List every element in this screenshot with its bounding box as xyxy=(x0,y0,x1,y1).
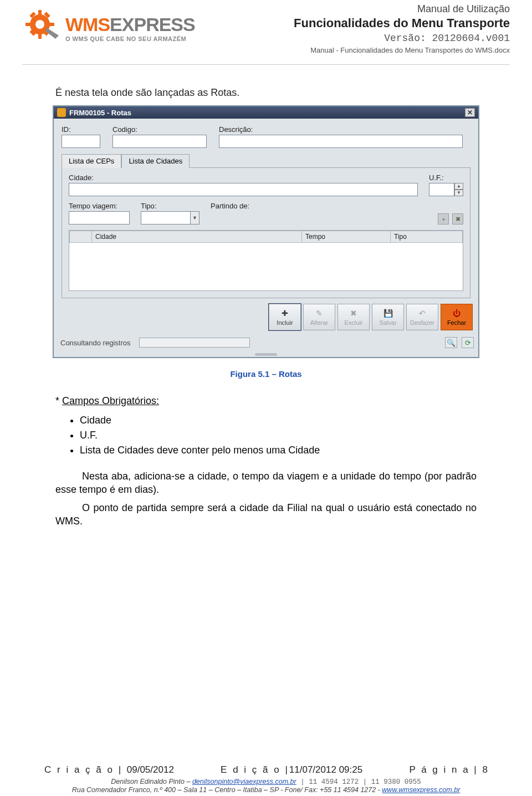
edicao-label: E d i ç ã o | xyxy=(221,764,289,775)
bullet-list: Cidade U.F. Lista de Cidades deve conter… xyxy=(55,415,477,456)
descricao-label: Descrição: xyxy=(219,125,463,134)
partindo-label: Partindo de: xyxy=(211,202,249,210)
progress-bar xyxy=(139,338,250,348)
power-icon: ⏻ xyxy=(451,308,462,318)
cidade-label: Cidade: xyxy=(69,174,418,182)
doc-filename: Manual - Funcionalidades do Menu Transpo… xyxy=(294,46,510,54)
id-label: ID: xyxy=(62,125,100,134)
pagina-value: 8 xyxy=(483,764,488,775)
doc-subtitle: Funcionalidades do Menu Transporte xyxy=(294,16,510,30)
add-row-icon[interactable]: ＋ xyxy=(438,213,449,224)
paragraph: O ponto de partida sempre será a cidade … xyxy=(55,501,477,528)
tipo-dropdown-icon[interactable]: ▼ xyxy=(191,211,200,224)
gear-icon xyxy=(22,3,61,42)
cidades-grid[interactable]: Cidade Tempo Tipo xyxy=(69,230,463,291)
svg-rect-2 xyxy=(38,32,42,39)
save-icon: 💾 xyxy=(382,308,393,318)
uf-spin-up[interactable]: ▲ xyxy=(454,183,463,190)
list-item: U.F. xyxy=(80,430,477,441)
svg-rect-1 xyxy=(38,10,42,17)
fechar-label: Fechar xyxy=(447,319,466,326)
window-titlebar: FRM00105 - Rotas ✕ xyxy=(54,106,478,119)
tab-lista-cidades[interactable]: Lista de Cidades xyxy=(121,154,190,168)
undo-icon: ↶ xyxy=(417,308,428,318)
search-icon[interactable]: 🔍 xyxy=(445,337,457,348)
tipo-input[interactable] xyxy=(141,211,191,224)
list-item: Lista de Cidades deve conter pelo menos … xyxy=(80,445,477,456)
pagina-label: P á g i n a | xyxy=(409,764,482,775)
author-name: Denilson Edinaldo Pinto – xyxy=(111,778,192,785)
app-window: FRM00105 - Rotas ✕ ID: Codigo: Descrição… xyxy=(53,105,479,358)
criacao-label: C r i a ç ã o | xyxy=(44,764,127,775)
author-phones: | 11 4594 1272 | 11 9380 0955 xyxy=(296,778,421,786)
descricao-input[interactable] xyxy=(219,135,463,148)
uf-input[interactable] xyxy=(429,183,454,196)
section-heading: * Campos Obrigatórios: xyxy=(55,395,477,407)
window-icon xyxy=(57,108,66,117)
doc-version: Versão: 20120604.v001 xyxy=(294,33,510,44)
alterar-label: Alterar xyxy=(310,319,328,326)
desfazer-button[interactable]: ↶ Desfazer xyxy=(406,304,438,330)
refresh-icon[interactable]: ⟳ xyxy=(462,337,474,348)
codigo-label: Codigo: xyxy=(112,125,207,134)
salvar-button[interactable]: 💾 Salvar xyxy=(372,304,404,330)
tab-lista-ceps[interactable]: Lista de CEPs xyxy=(62,154,121,168)
window-title: FRM00105 - Rotas xyxy=(69,109,131,117)
grid-col-stub xyxy=(70,231,92,243)
status-text: Consultando registros xyxy=(58,338,132,348)
resize-grip[interactable] xyxy=(54,351,478,357)
doc-title: Manual de Utilização xyxy=(294,3,510,15)
intro-text: É nesta tela onde são lançadas as Rotas. xyxy=(55,87,488,99)
fechar-button[interactable]: ⏻ Fechar xyxy=(441,304,473,330)
logo-slogan: O WMS QUE CABE NO SEU ARMAZÉM xyxy=(65,35,195,42)
tempo-viagem-input[interactable] xyxy=(69,211,130,224)
delete-row-icon[interactable]: ✖ xyxy=(452,213,463,224)
edicao-value: 11/07/2012 09:25 xyxy=(289,764,362,775)
close-icon[interactable]: ✕ xyxy=(465,108,475,117)
svg-rect-4 xyxy=(48,23,54,26)
list-item: Cidade xyxy=(80,415,477,426)
alterar-button[interactable]: ✎ Alterar xyxy=(303,304,335,330)
codigo-input[interactable] xyxy=(112,135,207,148)
page-header: WMSEXPRESS O WMS QUE CABE NO SEU ARMAZÉM… xyxy=(22,0,510,65)
action-toolbar: ✚ Incluir ✎ Alterar ✖ Excluir 💾 Salvar ↶… xyxy=(54,298,478,335)
tempo-viagem-label: Tempo viagem: xyxy=(69,202,130,210)
pencil-icon: ✎ xyxy=(314,308,325,318)
grid-col-tempo[interactable]: Tempo xyxy=(302,231,391,243)
website-link[interactable]: www.wmsexpress.com.br xyxy=(382,786,460,794)
grid-col-cidade[interactable]: Cidade xyxy=(92,231,302,243)
uf-spin-down[interactable]: ▼ xyxy=(454,190,463,196)
excluir-label: Excluir xyxy=(344,319,362,326)
address-text: Rua Comendador Franco, n.º 400 – Sala 11… xyxy=(72,786,382,794)
plus-icon: ✚ xyxy=(279,308,290,318)
incluir-button[interactable]: ✚ Incluir xyxy=(269,304,301,330)
excluir-button[interactable]: ✖ Excluir xyxy=(337,304,370,330)
logo-block: WMSEXPRESS O WMS QUE CABE NO SEU ARMAZÉM xyxy=(22,3,211,42)
salvar-label: Salvar xyxy=(379,319,396,326)
desfazer-label: Desfazer xyxy=(410,319,434,326)
uf-label: U.F.: xyxy=(429,174,463,182)
paragraph: Nesta aba, adiciona-se a cidade, o tempo… xyxy=(55,470,477,497)
grid-col-tipo[interactable]: Tipo xyxy=(391,231,463,243)
svg-rect-3 xyxy=(25,23,32,26)
tipo-label: Tipo: xyxy=(141,202,200,210)
incluir-label: Incluir xyxy=(277,319,293,326)
x-icon: ✖ xyxy=(348,308,359,318)
svg-point-9 xyxy=(35,20,44,29)
page-footer: C r i a ç ã o | 09/05/2012 E d i ç ã o |… xyxy=(0,764,532,794)
figure-caption: Figura 5.1 – Rotas xyxy=(22,369,510,379)
id-input[interactable] xyxy=(62,135,100,148)
author-email[interactable]: denilsonpinto@viaexpress.com.br xyxy=(192,778,296,785)
logo-text: WMSEXPRESS xyxy=(65,14,195,35)
cidade-input[interactable] xyxy=(69,183,418,196)
header-titles: Manual de Utilização Funcionalidades do … xyxy=(294,3,510,54)
criacao-value: 09/05/2012 xyxy=(127,764,174,775)
